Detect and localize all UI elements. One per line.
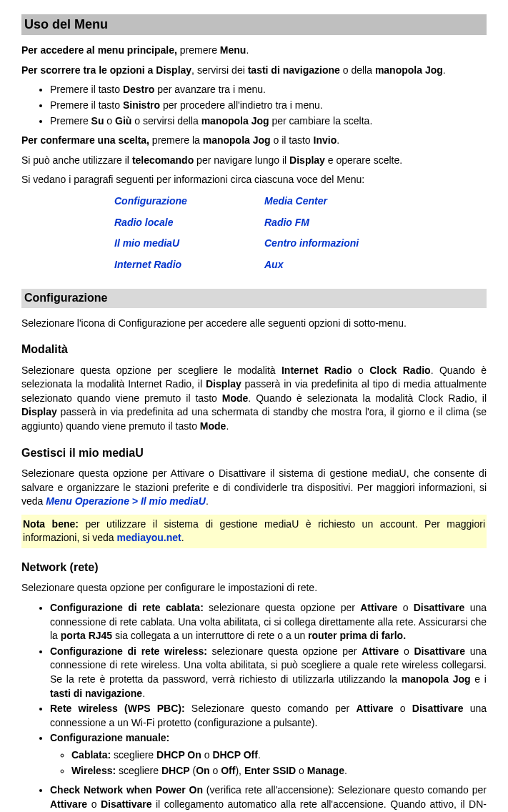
text: Disattivare — [414, 602, 465, 613]
text: per utilizzare il sistema di gestione me… — [23, 518, 485, 544]
text: premere la — [149, 134, 203, 146]
text: Disattivare — [414, 645, 465, 657]
text: scegliere — [116, 765, 161, 776]
text: router prima di farlo. — [308, 630, 406, 641]
text: scegliere — [111, 749, 156, 761]
text: passerà in via predefinita ad una scherm… — [21, 406, 487, 432]
text: o — [87, 798, 101, 810]
list-item: Rete wireless (WPS PBC): Selezionare que… — [50, 702, 487, 730]
text: Selezionare questa opzione per scegliere… — [21, 365, 282, 376]
text: Su — [91, 115, 104, 127]
text: Premere — [50, 115, 91, 127]
text: o — [296, 765, 307, 776]
text: Manage — [307, 765, 344, 776]
text: Wireless: — [71, 765, 116, 776]
text: o — [352, 365, 370, 376]
text: . — [226, 420, 229, 432]
text: tasti di navigazione — [50, 688, 142, 699]
text: Mode — [200, 420, 226, 432]
text: Display — [21, 406, 57, 417]
section-heading-modalita: Modalità — [21, 342, 487, 357]
text: . — [443, 64, 446, 76]
list-item: Premere il tasto Destro per avanzare tra… — [50, 83, 487, 97]
text: DHCP Off — [212, 749, 258, 761]
text: , servirsi dei — [191, 64, 248, 76]
text: Clock Radio — [369, 365, 430, 376]
text: Configurazione manuale: — [50, 732, 169, 743]
text: Cablata: — [71, 749, 111, 761]
text: manopola Jog — [402, 673, 471, 685]
list-item: Premere Su o Giù o servirsi della manopo… — [50, 114, 487, 129]
link-il-mio-mediau[interactable]: Il mio mediaU — [114, 237, 264, 251]
text: Menu — [220, 44, 246, 56]
link-internet-radio[interactable]: Internet Radio — [114, 258, 264, 272]
text: Attivare — [356, 703, 393, 714]
text: Premere il tasto — [50, 84, 123, 95]
link-menu-operazione[interactable]: Menu Operazione > Il mio mediaU — [46, 495, 206, 507]
text: selezionare questa opzione per — [207, 645, 362, 657]
page-title: Uso del Menu — [21, 14, 487, 35]
list-item: Cablata: scegliere DHCP On o DHCP Off. — [71, 748, 487, 763]
text: o — [201, 749, 213, 761]
link-radio-fm[interactable]: Radio FM — [264, 216, 414, 230]
text: DHCP — [161, 765, 190, 776]
text: Rete wireless (WPS PBC): — [50, 703, 185, 714]
text: manopola Jog — [203, 134, 271, 146]
section-heading-network: Network (rete) — [21, 560, 487, 575]
text: Premere il tasto — [50, 99, 123, 111]
list-item: Configurazione di rete wireless: selezio… — [50, 645, 487, 700]
text: manopola Jog — [201, 115, 269, 127]
text: o — [210, 765, 221, 776]
link-mediayou[interactable]: mediayou.net — [117, 532, 181, 543]
text: Attivare — [50, 798, 87, 810]
list-item: Configurazione manuale: Cablata: sceglie… — [50, 731, 487, 778]
text: e operare scelte. — [325, 154, 402, 166]
text: Giù — [115, 115, 131, 127]
text: Check Network when Power On — [50, 784, 203, 796]
text: Selezionare questo comando per — [185, 703, 357, 714]
text: ( — [190, 765, 196, 776]
link-radio-locale[interactable]: Radio locale — [114, 216, 264, 230]
text: . — [142, 688, 145, 699]
text: Per scorrere tra le opzioni a Display — [21, 64, 191, 76]
network-list: Configurazione di rete cablata: selezion… — [21, 601, 487, 812]
text: Attivare — [362, 645, 399, 657]
manual-sublist: Cablata: scegliere DHCP On o DHCP Off. W… — [50, 748, 487, 778]
text: Per accedere al menu principale, — [21, 44, 177, 56]
text: ), — [235, 765, 244, 776]
text: sia collegata a un interruttore di rete … — [112, 630, 308, 641]
link-media-center[interactable]: Media Center — [264, 194, 414, 209]
list-item: Premere il tasto Sinistro per procedere … — [50, 99, 487, 113]
text: manopola Jog — [375, 64, 443, 76]
text: per avanzare tra i menu. — [154, 84, 266, 95]
text: On — [196, 765, 209, 776]
text: o della — [340, 64, 375, 76]
text: o — [104, 115, 115, 127]
text: Configurazione di rete wireless: — [50, 645, 207, 657]
text: selezionare questa opzione per — [204, 602, 360, 613]
text: . — [181, 532, 184, 543]
text: Off — [221, 765, 235, 776]
text: . Quando è selezionata la modalità Clock… — [248, 392, 487, 404]
section-heading-mediau: Gestisci il mio mediaU — [21, 445, 487, 461]
text: Invio — [314, 134, 337, 146]
list-item: Configurazione di rete cablata: selezion… — [50, 601, 487, 643]
config-intro: Selezionare l'icona di Configurazione pe… — [21, 317, 487, 331]
text: Disattivare — [412, 703, 464, 714]
text: Display — [289, 154, 325, 166]
link-aux[interactable]: Aux — [264, 258, 414, 272]
text: Configurazione di rete cablata: — [50, 602, 204, 613]
confirm-line: Per confermare una scelta, premere la ma… — [21, 134, 487, 148]
text: per navigare lungo il — [194, 154, 289, 166]
text: DHCP On — [156, 749, 201, 761]
link-centro-informazioni[interactable]: Centro informazioni — [264, 237, 414, 251]
text: per procedere all'indietro tra i menu. — [160, 99, 323, 111]
text: . — [206, 495, 209, 507]
link-configurazione[interactable]: Configurazione — [114, 194, 264, 209]
network-intro: Selezionare questa opzione per configura… — [21, 581, 487, 595]
text: o il tasto — [271, 134, 314, 146]
note-box: Nota bene: per utilizzare il sistema di … — [21, 515, 487, 548]
text: Sinistro — [123, 99, 160, 111]
modalita-body: Selezionare questa opzione per scegliere… — [21, 364, 487, 434]
text: . — [344, 765, 347, 776]
